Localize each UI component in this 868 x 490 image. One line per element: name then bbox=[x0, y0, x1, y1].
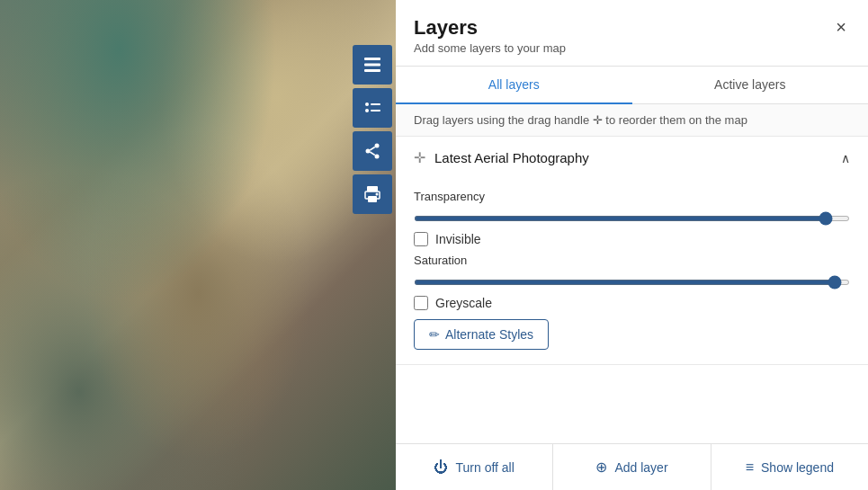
power-icon: ⏻ bbox=[434, 459, 448, 476]
transparency-slider[interactable] bbox=[414, 216, 850, 221]
alternate-styles-label: Alternate Styles bbox=[445, 327, 533, 342]
invisible-row: Invisible bbox=[414, 232, 850, 246]
title-group: Layers Add some layers to your map bbox=[414, 16, 566, 55]
svg-rect-2 bbox=[364, 69, 380, 72]
svg-rect-6 bbox=[371, 110, 380, 111]
list-icon bbox=[362, 98, 382, 118]
tabs-container: All layers Active layers bbox=[396, 67, 868, 104]
svg-point-7 bbox=[375, 144, 380, 148]
turn-off-all-label: Turn off all bbox=[455, 460, 514, 475]
svg-line-11 bbox=[370, 152, 375, 156]
drag-hint: Drag layers using the drag handle ✛ to r… bbox=[396, 104, 868, 137]
svg-rect-1 bbox=[364, 64, 380, 67]
show-legend-label: Show legend bbox=[761, 460, 834, 475]
tab-active-layers[interactable]: Active layers bbox=[632, 67, 869, 104]
chevron-up-icon: ∧ bbox=[841, 151, 850, 165]
map-toolbar bbox=[353, 45, 396, 214]
turn-off-all-button[interactable]: ⏻ Turn off all bbox=[396, 444, 553, 490]
svg-rect-0 bbox=[364, 58, 380, 60]
svg-point-5 bbox=[365, 109, 369, 112]
svg-line-10 bbox=[370, 147, 375, 151]
svg-rect-14 bbox=[368, 196, 377, 202]
svg-point-3 bbox=[365, 102, 369, 106]
layers-icon bbox=[362, 55, 382, 75]
layer-name-aerial: Latest Aerial Photography bbox=[434, 150, 841, 165]
share-icon bbox=[362, 141, 382, 161]
drag-handle-icon[interactable]: ✛ bbox=[414, 149, 425, 166]
svg-rect-4 bbox=[371, 103, 380, 105]
layer-row-aerial: ✛ Latest Aerial Photography ∧ Transparen… bbox=[396, 137, 868, 365]
layers-tool-button[interactable] bbox=[353, 45, 392, 85]
panel-header: Layers Add some layers to your map × bbox=[396, 0, 868, 67]
saturation-slider[interactable] bbox=[414, 280, 850, 285]
share-tool-button[interactable] bbox=[353, 131, 392, 171]
greyscale-checkbox[interactable] bbox=[414, 296, 428, 310]
panel-title: Layers bbox=[414, 16, 566, 40]
svg-rect-12 bbox=[367, 186, 378, 192]
map-container[interactable] bbox=[0, 0, 396, 490]
list-tool-button[interactable] bbox=[353, 88, 392, 128]
alternate-styles-button[interactable]: ✏ Alternate Styles bbox=[414, 319, 549, 350]
add-layer-button[interactable]: ⊕ Add layer bbox=[553, 444, 711, 490]
greyscale-row: Greyscale bbox=[414, 296, 850, 310]
show-legend-button[interactable]: ≡ Show legend bbox=[711, 444, 868, 490]
layer-controls-aerial: Transparency Invisible Saturation Greysc… bbox=[396, 179, 868, 364]
legend-icon: ≡ bbox=[746, 459, 754, 476]
print-icon bbox=[362, 184, 382, 204]
svg-point-9 bbox=[375, 155, 380, 159]
add-layer-label: Add layer bbox=[614, 460, 667, 475]
print-tool-button[interactable] bbox=[353, 174, 392, 214]
tab-all-layers[interactable]: All layers bbox=[396, 67, 632, 104]
panel-footer: ⏻ Turn off all ⊕ Add layer ≡ Show legend bbox=[396, 443, 868, 490]
layers-list: ✛ Latest Aerial Photography ∧ Transparen… bbox=[396, 137, 868, 443]
layers-panel: Layers Add some layers to your map × All… bbox=[396, 0, 868, 490]
pencil-icon: ✏ bbox=[429, 327, 440, 342]
invisible-checkbox[interactable] bbox=[414, 232, 428, 246]
svg-point-8 bbox=[366, 149, 371, 154]
greyscale-label[interactable]: Greyscale bbox=[435, 296, 492, 310]
layer-header-aerial[interactable]: ✛ Latest Aerial Photography ∧ bbox=[396, 137, 868, 179]
plus-circle-icon: ⊕ bbox=[595, 459, 607, 476]
transparency-label: Transparency bbox=[414, 190, 850, 203]
panel-subtitle: Add some layers to your map bbox=[414, 41, 566, 55]
map-background bbox=[0, 0, 396, 490]
saturation-label: Saturation bbox=[414, 254, 850, 267]
close-button[interactable]: × bbox=[832, 16, 850, 38]
svg-point-15 bbox=[376, 193, 379, 196]
invisible-label[interactable]: Invisible bbox=[435, 232, 481, 246]
